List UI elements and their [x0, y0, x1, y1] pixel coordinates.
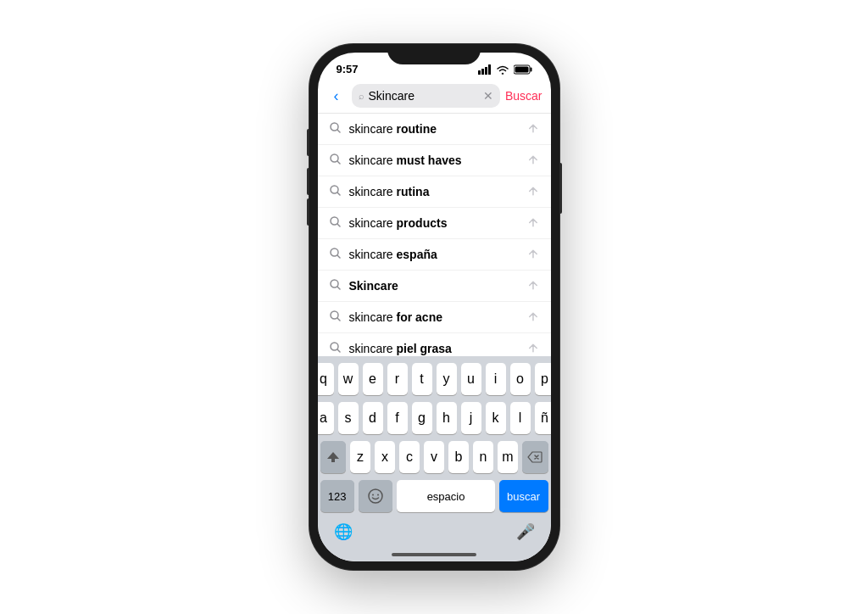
- suggestion-text: Skincare: [349, 279, 520, 293]
- buscar-button[interactable]: Buscar: [505, 89, 542, 103]
- key-c[interactable]: c: [399, 441, 420, 473]
- key-f[interactable]: f: [387, 402, 408, 434]
- key-a[interactable]: a: [318, 402, 334, 434]
- home-bar: [392, 553, 476, 556]
- key-m[interactable]: m: [498, 441, 518, 473]
- status-time: 9:57: [337, 63, 359, 75]
- svg-line-20: [337, 318, 340, 321]
- key-g[interactable]: g: [412, 402, 432, 434]
- delete-key[interactable]: [522, 441, 548, 473]
- svg-rect-6: [515, 66, 528, 72]
- signal-icon: [478, 64, 492, 75]
- suggestion-search-icon: [330, 279, 341, 293]
- key-e[interactable]: e: [363, 363, 383, 395]
- suggestion-item[interactable]: skincare must haves: [318, 145, 551, 176]
- suggestion-search-icon: [330, 310, 341, 324]
- suggestion-search-icon: [330, 122, 341, 136]
- globe-icon[interactable]: 🌐: [334, 522, 353, 541]
- key-t[interactable]: t: [412, 363, 432, 395]
- key-d[interactable]: d: [363, 402, 383, 434]
- key-w[interactable]: w: [338, 363, 359, 395]
- key-p[interactable]: p: [535, 363, 551, 395]
- key-s[interactable]: s: [338, 402, 359, 434]
- space-key[interactable]: espacio: [397, 480, 494, 512]
- suggestion-arrow-icon: [526, 120, 542, 137]
- suggestion-text: skincare routine: [349, 122, 520, 136]
- key-k[interactable]: k: [486, 402, 506, 434]
- search-query: Skincare: [369, 89, 479, 103]
- key-n[interactable]: n: [473, 441, 493, 473]
- buscar-key[interactable]: buscar: [499, 480, 548, 512]
- shift-key[interactable]: [320, 441, 347, 473]
- svg-rect-3: [488, 64, 491, 75]
- suggestions-list: skincare routineskincare must havesskinc…: [318, 114, 551, 356]
- key-q[interactable]: q: [318, 363, 334, 395]
- key-l[interactable]: l: [510, 402, 531, 434]
- svg-point-27: [369, 489, 382, 503]
- svg-rect-2: [485, 67, 487, 75]
- keyboard-bottom: 🌐 🎤: [320, 519, 548, 546]
- svg-line-22: [337, 349, 340, 352]
- suggestion-arrow-icon: [526, 152, 542, 168]
- suggestion-item[interactable]: Skincare: [318, 271, 551, 302]
- phone-screen: 9:57: [318, 53, 551, 561]
- suggestion-search-icon: [330, 248, 341, 261]
- search-icon: ⌕: [359, 91, 364, 101]
- key-x[interactable]: x: [375, 441, 395, 473]
- suggestion-arrow-icon: [526, 340, 542, 356]
- mic-icon[interactable]: 🎤: [516, 522, 535, 541]
- back-button[interactable]: ‹: [326, 87, 347, 105]
- keyboard-row-4: 123 espacio buscar: [320, 480, 548, 512]
- notch: [387, 44, 481, 64]
- suggestion-arrow-icon: [526, 215, 542, 231]
- key-i[interactable]: i: [486, 363, 506, 395]
- svg-line-12: [337, 193, 340, 195]
- suggestion-search-icon: [330, 342, 341, 355]
- emoji-key[interactable]: [359, 480, 392, 512]
- key-z[interactable]: z: [350, 441, 370, 473]
- suggestion-search-icon: [330, 216, 341, 230]
- suggestion-arrow-icon: [526, 183, 542, 199]
- svg-line-10: [337, 161, 340, 164]
- numbers-key[interactable]: 123: [320, 480, 354, 512]
- suggestion-text: skincare piel grasa: [349, 342, 520, 355]
- clear-button[interactable]: ✕: [483, 89, 493, 103]
- suggestion-search-icon: [330, 185, 341, 198]
- key-u[interactable]: u: [461, 363, 481, 395]
- svg-point-29: [377, 494, 379, 496]
- svg-line-14: [337, 224, 340, 226]
- key-b[interactable]: b: [448, 441, 469, 473]
- suggestion-item[interactable]: skincare piel grasa: [318, 333, 551, 356]
- suggestion-item[interactable]: skincare rutina: [318, 176, 551, 208]
- suggestion-item[interactable]: skincare products: [318, 208, 551, 239]
- home-indicator: [318, 550, 551, 561]
- search-bar-area: ‹ ⌕ Skincare ✕ Buscar: [318, 79, 551, 114]
- suggestion-search-icon: [330, 154, 341, 167]
- suggestion-arrow-icon: [526, 246, 542, 262]
- key-j[interactable]: j: [461, 402, 481, 434]
- phone-frame: 9:57: [309, 44, 559, 570]
- key-y[interactable]: y: [437, 363, 457, 395]
- key-v[interactable]: v: [424, 441, 444, 473]
- suggestion-item[interactable]: skincare for acne: [318, 302, 551, 333]
- suggestion-item[interactable]: skincare routine: [318, 114, 551, 145]
- svg-rect-5: [530, 67, 531, 71]
- keyboard-row-1: q w e r t y u i o p: [320, 363, 548, 395]
- key-h[interactable]: h: [437, 402, 457, 434]
- suggestion-text: skincare rutina: [349, 185, 520, 198]
- search-input-container[interactable]: ⌕ Skincare ✕: [352, 84, 500, 108]
- key-r[interactable]: r: [387, 363, 408, 395]
- key-n-tilde[interactable]: ñ: [535, 402, 551, 434]
- wifi-icon: [496, 64, 509, 75]
- battery-icon: [514, 64, 532, 75]
- svg-line-18: [337, 287, 340, 289]
- suggestion-text: skincare must haves: [349, 154, 520, 167]
- svg-rect-0: [478, 70, 481, 75]
- suggestion-text: skincare products: [349, 216, 520, 230]
- keyboard-row-3: z x c v b n m: [320, 441, 548, 473]
- status-icons: [478, 64, 532, 75]
- suggestion-item[interactable]: skincare españa: [318, 239, 551, 271]
- svg-rect-1: [481, 69, 484, 75]
- key-o[interactable]: o: [510, 363, 531, 395]
- keyboard-row-2: a s d f g h j k l ñ: [320, 402, 548, 434]
